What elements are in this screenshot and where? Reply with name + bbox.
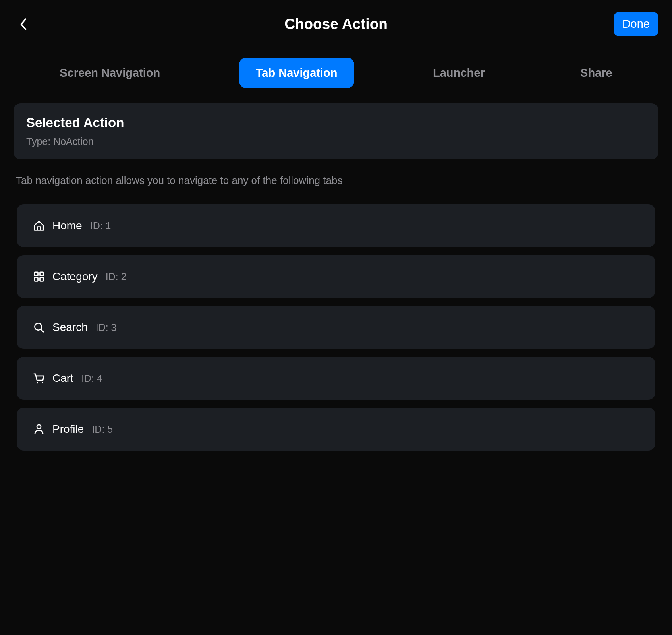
- list-item-search[interactable]: Search ID: 3: [17, 306, 655, 349]
- list-item-label: Home: [52, 219, 82, 232]
- svg-line-5: [41, 329, 43, 332]
- list-item-id: ID: 2: [106, 271, 127, 283]
- list-item-category[interactable]: Category ID: 2: [17, 255, 655, 298]
- list-item-id: ID: 5: [92, 424, 113, 435]
- list-item-label: Cart: [52, 372, 73, 385]
- list-item-id: ID: 3: [96, 322, 117, 333]
- chevron-left-icon: [19, 17, 28, 31]
- profile-icon: [33, 423, 45, 436]
- cart-icon: [33, 372, 45, 385]
- home-icon: [33, 219, 45, 232]
- done-button[interactable]: Done: [614, 12, 658, 36]
- list-item-cart[interactable]: Cart ID: 4: [17, 357, 655, 400]
- tab-share[interactable]: Share: [564, 58, 629, 88]
- list-item-id: ID: 4: [81, 373, 102, 384]
- back-button[interactable]: [14, 14, 33, 34]
- app-container: Choose Action Done Screen Navigation Tab…: [0, 0, 672, 635]
- description-text: Tab navigation action allows you to navi…: [14, 174, 658, 187]
- list-item-label: Category: [52, 270, 98, 283]
- list-item-profile[interactable]: Profile ID: 5: [17, 408, 655, 451]
- list-item-label: Search: [52, 321, 88, 334]
- selected-action-title: Selected Action: [26, 115, 646, 130]
- svg-rect-1: [40, 272, 44, 276]
- search-icon: [33, 321, 45, 334]
- selected-action-type: Type: NoAction: [26, 136, 646, 147]
- svg-rect-0: [35, 272, 38, 276]
- tab-list: Home ID: 1 Category ID: 2: [14, 204, 658, 451]
- tab-tab-navigation[interactable]: Tab Navigation: [239, 58, 354, 88]
- tab-launcher[interactable]: Launcher: [416, 58, 502, 88]
- tabs-row: Screen Navigation Tab Navigation Launche…: [8, 48, 664, 98]
- list-item-home[interactable]: Home ID: 1: [17, 204, 655, 247]
- selected-action-card: Selected Action Type: NoAction: [14, 103, 658, 159]
- list-item-id: ID: 1: [90, 220, 111, 232]
- svg-point-8: [37, 425, 41, 429]
- category-icon: [33, 270, 45, 283]
- svg-point-7: [42, 382, 43, 383]
- svg-rect-3: [40, 278, 44, 281]
- tab-screen-navigation[interactable]: Screen Navigation: [43, 58, 177, 88]
- header: Choose Action Done: [8, 9, 664, 48]
- content: Selected Action Type: NoAction Tab navig…: [8, 98, 664, 456]
- svg-point-6: [37, 382, 38, 383]
- list-item-label: Profile: [52, 423, 84, 436]
- svg-rect-2: [35, 278, 38, 281]
- page-title: Choose Action: [284, 16, 388, 33]
